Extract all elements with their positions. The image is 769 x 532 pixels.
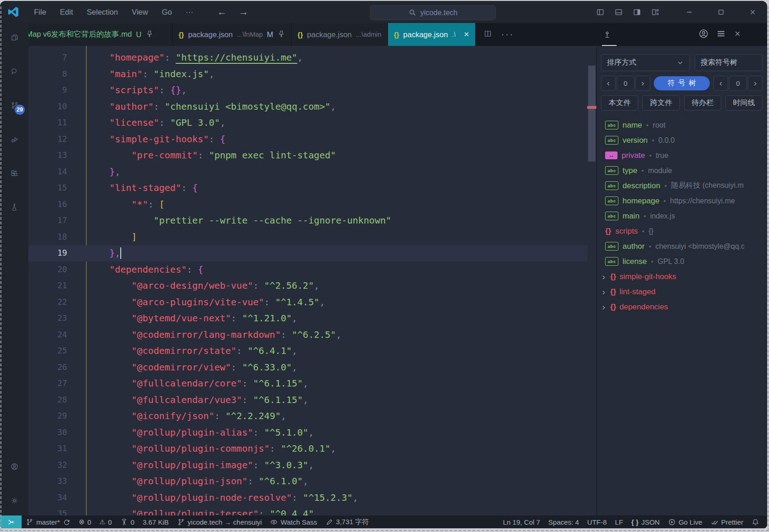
code-line[interactable]: 32 "@rollup/plugin-image": "^3.0.3", <box>28 457 587 474</box>
prev-button[interactable]: ‹ <box>601 76 616 91</box>
customize-layout-icon[interactable] <box>646 1 664 23</box>
symbol-tree-item[interactable]: ›{}dependencies <box>597 299 767 314</box>
scm-branch[interactable]: master* <box>22 515 75 528</box>
tab-close-icon[interactable]: ✕ <box>464 30 470 39</box>
menu-icon[interactable] <box>716 29 726 40</box>
encoding[interactable]: UTF-8 <box>583 515 611 528</box>
code-line[interactable]: 23 "@bytemd/vue-next": "^1.21.0", <box>28 310 587 327</box>
menu-[interactable]: ··· <box>180 6 198 18</box>
pin-icon[interactable] <box>146 30 153 39</box>
char-count[interactable]: 3,731 字符 <box>321 515 373 528</box>
symbol-tree-item[interactable]: ↔private•true <box>597 148 767 163</box>
filter-tab[interactable]: 待办栏 <box>684 95 721 111</box>
code-line[interactable]: 8 "main": "index.js", <box>28 66 587 83</box>
symbol-tree-panel-icon[interactable] <box>603 23 611 46</box>
problems-errors[interactable]: ⊗0 <box>75 515 95 528</box>
code-line[interactable]: 16 "*": [ <box>28 196 587 213</box>
publish-branch[interactable]: yicode.tech → chensuiyi <box>173 515 266 528</box>
code-line[interactable]: 21 "@arco-design/web-vue": "^2.56.2", <box>28 278 587 294</box>
symbol-tree-pill-button[interactable]: 符号树 <box>654 76 710 90</box>
editor-tab[interactable]: Map v6发布和它背后的故事.mdU <box>28 23 173 46</box>
code-line[interactable]: 22 "@arco-plugins/vite-vue": "^1.4.5", <box>28 294 587 311</box>
code-line[interactable]: 17 "prettier --write --cache --ignore-un… <box>28 213 587 229</box>
code-line[interactable]: 15 "lint-staged": { <box>28 180 587 196</box>
settings-icon[interactable] <box>7 493 21 507</box>
menu-file[interactable]: File <box>28 6 52 18</box>
chevron-right-icon[interactable]: › <box>601 287 607 297</box>
toggle-secondary-sidebar-icon[interactable] <box>628 1 646 23</box>
close-panel-icon[interactable] <box>734 30 741 39</box>
toggle-panel-icon[interactable] <box>609 1 628 23</box>
filter-tab[interactable]: 跨文件 <box>642 95 679 111</box>
symbol-tree-item[interactable]: abcdescription•随易科技 (chensuiyi.m <box>597 178 767 193</box>
symbol-tree-item[interactable]: abcname•root <box>597 118 767 133</box>
code-line[interactable]: 18 ] <box>28 229 587 246</box>
code-line[interactable]: 11 "license": "GPL 3.0", <box>28 115 587 131</box>
cursor-position[interactable]: Ln 19, Col 7 <box>499 515 544 528</box>
nav-back-button[interactable]: ← <box>214 6 230 17</box>
problems-warnings[interactable]: ⚠0 <box>95 515 116 528</box>
editor-scrollbar[interactable] <box>587 46 596 515</box>
maximize-button[interactable] <box>712 1 730 23</box>
symbol-tree-item[interactable]: ›{}simple-git-hooks <box>597 269 767 284</box>
menu-edit[interactable]: Edit <box>55 6 79 18</box>
close-button[interactable] <box>743 1 762 23</box>
symbol-search-input[interactable]: 搜索符号树 <box>695 54 763 71</box>
nav-forward-button[interactable]: → <box>236 6 251 17</box>
code-line[interactable]: 24 "@codemirror/lang-markdown": "^6.2.5"… <box>28 327 587 343</box>
eol[interactable]: LF <box>611 515 628 528</box>
symbol-tree-item[interactable]: {}scripts•{} <box>597 224 767 239</box>
remote-indicator[interactable] <box>0 515 22 528</box>
code-line[interactable]: 35 "@rollup/plugin-terser": "^0.4.4", <box>28 506 587 515</box>
code-line[interactable]: 27 "@fullcalendar/core": "^6.1.15", <box>28 375 587 392</box>
language-mode[interactable]: { }JSON <box>627 515 664 528</box>
editor[interactable]: 7 "homepage": "https://chensuiyi.me",8 "… <box>28 46 596 515</box>
indentation[interactable]: Spaces: 4 <box>544 515 583 528</box>
code-line[interactable]: 33 "@rollup/plugin-json": "^6.1.0", <box>28 473 587 490</box>
toggle-primary-sidebar-icon[interactable] <box>591 1 609 23</box>
chevron-right-icon[interactable]: › <box>601 302 607 312</box>
chevron-right-icon[interactable]: › <box>601 272 607 282</box>
source-control-icon[interactable]: 29 <box>7 98 21 112</box>
ports[interactable]: 0 <box>116 515 139 528</box>
extensions-icon[interactable] <box>7 166 21 180</box>
notifications[interactable] <box>747 515 763 528</box>
go-live[interactable]: Go Live <box>664 515 707 528</box>
code-line[interactable]: 31 "@rollup/plugin-commonjs": "^26.0.1", <box>28 441 587 457</box>
editor-more-actions-icon[interactable]: ··· <box>501 28 514 40</box>
menu-go[interactable]: Go <box>156 6 177 18</box>
scrollbar-thumb[interactable] <box>588 66 595 162</box>
code-line[interactable]: 7 "homepage": "https://chensuiyi.me", <box>28 50 587 66</box>
editor-tab[interactable]: {}package.json...\admin <box>292 23 388 46</box>
symbol-tree-item[interactable]: abchomepage•https://chensuiyi.me <box>597 193 767 208</box>
explorer-icon[interactable] <box>7 30 21 44</box>
prev-button[interactable]: ‹ <box>713 76 728 91</box>
split-editor-icon[interactable] <box>484 30 492 39</box>
search-icon[interactable] <box>7 64 21 78</box>
code-line[interactable]: 28 "@fullcalendar/vue3": "^6.1.15", <box>28 392 587 409</box>
code-line[interactable]: 20 "dependencies": { <box>28 262 587 278</box>
code-line[interactable]: 26 "@codemirror/view": "^6.33.0", <box>28 359 587 376</box>
code-line[interactable]: 12 "simple-git-hooks": { <box>28 131 587 148</box>
symbol-tree-item[interactable]: ›{}lint-staged <box>597 284 767 299</box>
symbol-tree-item[interactable]: abctype•module <box>597 163 767 178</box>
symbol-tree-item[interactable]: abcauthor•chensuiyi <bimostyle@qq.c <box>597 239 767 254</box>
minimize-button[interactable] <box>680 1 698 23</box>
symbol-tree-item[interactable]: abclicense•GPL 3.0 <box>597 254 767 269</box>
code-line[interactable]: 34 "@rollup/plugin-node-resolve": "^15.2… <box>28 490 587 506</box>
filter-tab[interactable]: 本文件 <box>601 95 638 111</box>
prettier[interactable]: Prettier <box>707 515 747 528</box>
pin-icon[interactable] <box>277 30 285 39</box>
editor-tab[interactable]: {}package.json.\✕ <box>388 23 476 46</box>
code-line[interactable]: 10 "author": "chensuiyi <bimostyle@qq.co… <box>28 99 587 115</box>
run-debug-icon[interactable] <box>7 132 21 146</box>
editor-tab[interactable]: {}package.json...\fnMapM <box>173 23 292 46</box>
menu-selection[interactable]: Selection <box>81 6 123 18</box>
symbol-tree-item[interactable]: abcversion•0.0.0 <box>597 133 767 148</box>
file-size[interactable]: 3.67 KiB <box>139 515 173 528</box>
sort-dropdown[interactable]: 排序方式 <box>601 54 690 71</box>
account-icon[interactable] <box>7 459 21 473</box>
account-icon[interactable] <box>699 29 708 40</box>
code-line[interactable]: 30 "@rollup/plugin-alias": "^5.1.0", <box>28 425 587 441</box>
testing-icon[interactable] <box>7 200 21 214</box>
